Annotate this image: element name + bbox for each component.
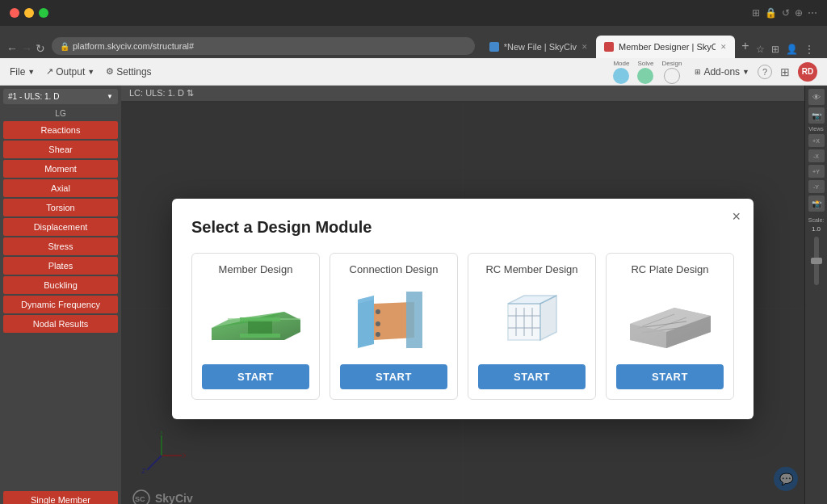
browser-menu-icon[interactable]: ⋮	[804, 44, 814, 55]
connection-design-image	[340, 284, 447, 356]
settings-menu[interactable]: ⚙ Settings	[106, 66, 151, 78]
nav-refresh-button[interactable]: ↻	[36, 42, 45, 55]
eye-icon[interactable]: 👁	[808, 89, 825, 105]
sidebar-item-buckling[interactable]: Buckling	[3, 276, 118, 294]
close-window-button[interactable]	[10, 8, 19, 18]
modal-close-button[interactable]: ×	[732, 208, 741, 225]
addons-menu[interactable]: ⊞ Add-ons ▼	[695, 66, 749, 78]
connection-design-start-button[interactable]: START	[340, 364, 447, 389]
design-icon[interactable]	[664, 68, 680, 84]
screenshot-icon[interactable]: 📸	[808, 195, 825, 212]
svg-point-20	[376, 321, 380, 326]
tab-active[interactable]: Member Designer | SkyCiv En... ✕	[596, 36, 735, 58]
viewport: X Y Z SC SkyCiv 💬 × Select a Design Mo	[121, 102, 804, 504]
solve-icon[interactable]	[637, 68, 653, 84]
rc-plate-design-card[interactable]: RC Plate Design	[606, 253, 734, 400]
right-panel: 👁 📷 Views +X -X +Y -Y 📸 Scale: 1.0	[804, 86, 827, 504]
address-bar[interactable]: platform.skyciv.com/structural#	[73, 41, 194, 51]
maximize-window-button[interactable]	[39, 8, 48, 18]
design-module-modal: × Select a Design Module Member Design	[172, 199, 754, 419]
content-area: LC: ULS: 1. D ⇅ X Y Z	[121, 86, 804, 504]
file-menu[interactable]: File ▼	[10, 66, 35, 78]
modal-title: Select a Design Module	[191, 218, 734, 237]
app-toolbar: File ▼ ↗ Output ▼ ⚙ Settings Mode Solve …	[0, 58, 827, 86]
rc-member-design-image	[478, 284, 586, 356]
camera-icon[interactable]: 📷	[808, 107, 825, 124]
profile-icon[interactable]: 👤	[786, 44, 798, 55]
nav-back-button[interactable]: ←	[6, 42, 18, 55]
scale-value: 1.0	[812, 225, 821, 233]
sidebar-item-stress[interactable]: Stress	[3, 237, 118, 255]
new-tab-button[interactable]: +	[735, 36, 756, 57]
member-design-card[interactable]: Member Design	[191, 253, 320, 400]
view-ny-button[interactable]: -Y	[808, 180, 825, 193]
rc-member-design-start-button[interactable]: START	[478, 364, 586, 389]
tab-bar: ← → ↻ 🔒 platform.skyciv.com/structural# …	[0, 26, 827, 58]
tab-inactive[interactable]: *New File | SkyCiv ✕	[481, 36, 596, 58]
sidebar-section-label: LG	[3, 107, 118, 120]
sidebar-item-plates[interactable]: Plates	[3, 257, 118, 275]
view-px-button[interactable]: +X	[808, 134, 825, 147]
svg-rect-14	[240, 317, 280, 321]
titlebar: ⊞ 🔒 ↺ ⊕ ⋯	[0, 0, 827, 26]
member-design-start-button[interactable]: START	[202, 364, 309, 389]
svg-point-19	[376, 309, 380, 314]
main-layout: #1 - ULS: 1. D ▼ LG Reactions Shear Mome…	[0, 86, 827, 504]
single-member-button[interactable]: Single Member	[3, 491, 118, 504]
output-menu[interactable]: ↗ Output ▼	[46, 66, 94, 78]
user-avatar[interactable]: RD	[798, 62, 817, 82]
extensions-icon[interactable]: ⊞	[771, 44, 779, 55]
sidebar-item-reactions[interactable]: Reactions	[3, 121, 118, 139]
member-design-image	[202, 284, 309, 356]
help-button[interactable]: ?	[758, 65, 772, 79]
rc-plate-design-title: RC Plate Design	[631, 263, 708, 275]
svg-point-21	[376, 332, 380, 337]
lc-dropdown[interactable]: #1 - ULS: 1. D ▼	[3, 89, 118, 104]
views-label: Views	[808, 126, 824, 132]
svg-marker-16	[358, 296, 374, 348]
sidebar-item-moment[interactable]: Moment	[3, 160, 118, 178]
nav-forward-button[interactable]: →	[21, 42, 32, 55]
sidebar-item-torsion[interactable]: Torsion	[3, 199, 118, 216]
sidebar: #1 - ULS: 1. D ▼ LG Reactions Shear Mome…	[0, 86, 121, 504]
rc-member-design-card[interactable]: RC Member Design	[468, 253, 596, 400]
sidebar-item-axial[interactable]: Axial	[3, 179, 118, 197]
minimize-window-button[interactable]	[24, 8, 34, 18]
sidebar-item-nodal[interactable]: Nodal Results	[3, 315, 118, 333]
rc-plate-design-image	[616, 284, 724, 356]
connection-design-card[interactable]: Connection Design	[330, 253, 458, 400]
svg-marker-25	[540, 296, 556, 340]
member-design-title: Member Design	[219, 263, 293, 275]
scale-slider[interactable]	[814, 237, 819, 285]
bookmarks-icon[interactable]: ☆	[756, 44, 765, 55]
svg-rect-15	[240, 334, 280, 338]
grid-menu[interactable]: ⊞	[780, 65, 790, 78]
sidebar-item-displacement[interactable]: Displacement	[3, 218, 118, 236]
sidebar-item-shear[interactable]: Shear	[3, 141, 118, 158]
view-nx-button[interactable]: -X	[808, 149, 825, 162]
rc-plate-design-start-button[interactable]: START	[616, 364, 724, 389]
modal-overlay: × Select a Design Module Member Design	[121, 102, 804, 504]
sidebar-item-dynamic[interactable]: Dynamic Frequency	[3, 296, 118, 313]
traffic-lights	[10, 8, 48, 18]
content-header: LC: ULS: 1. D ⇅	[121, 86, 804, 102]
svg-marker-18	[406, 292, 422, 348]
module-cards: Member Design	[191, 253, 734, 400]
view-py-button[interactable]: +Y	[808, 165, 825, 178]
connection-design-title: Connection Design	[350, 263, 439, 275]
mode-icon[interactable]	[613, 68, 629, 84]
scale-label: Scale:	[808, 217, 824, 223]
browser-chrome: ⊞ 🔒 ↺ ⊕ ⋯ ← → ↻ 🔒 platform.skyciv.com/st…	[0, 0, 827, 58]
rc-member-design-title: RC Member Design	[485, 263, 577, 275]
scale-thumb[interactable]	[811, 258, 822, 264]
